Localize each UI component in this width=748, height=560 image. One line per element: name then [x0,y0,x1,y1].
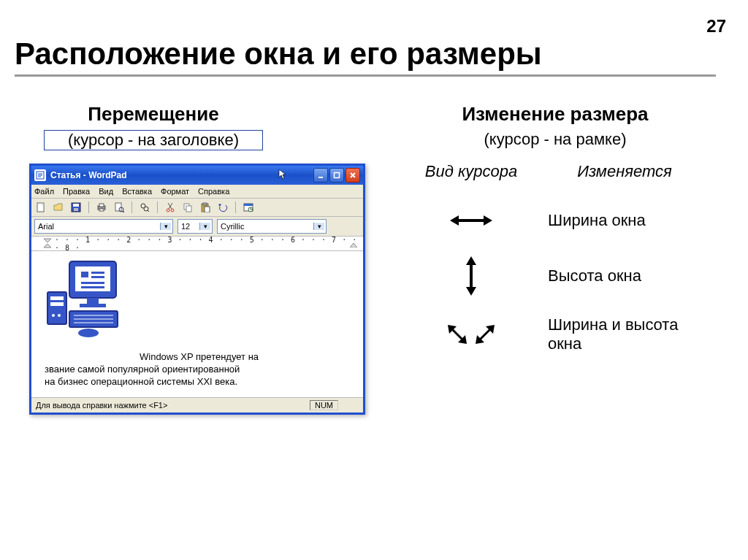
right-subheading: (курсор - на рамке) [394,130,716,149]
left-heading: Перемещение [44,103,263,126]
copy-icon[interactable] [181,201,194,214]
right-heading: Изменение размера [394,103,716,126]
chevron-down-icon: ▾ [199,223,210,230]
svg-rect-10 [73,204,79,207]
font-name-combo[interactable]: Arial ▾ [34,219,173,234]
ruler-right-indent-icon [350,241,357,249]
toolbar [31,199,363,217]
svg-rect-15 [115,203,121,211]
undo-icon[interactable] [216,201,229,214]
svg-line-20 [148,210,149,212]
cursor-row2-label: Высота окна [548,266,701,285]
cursor-row1-label: Ширина окна [548,211,701,230]
slide-title: Расположение окна и его размеры [15,37,716,77]
svg-rect-13 [99,204,104,207]
app-icon [34,169,46,181]
cursor-vertical-icon [394,260,548,292]
svg-point-23 [167,209,169,212]
font-size-value: 12 [181,222,199,231]
menu-edit[interactable]: Правка [63,187,90,196]
doc-line-1: Windows XP претендует на [45,351,353,364]
doc-line-3: на бизнес операционной системы XXI века. [45,376,353,388]
svg-line-22 [169,203,172,209]
svg-rect-39 [91,276,104,278]
close-button[interactable] [346,168,360,183]
toolbar-separator [235,202,236,213]
document-area[interactable]: Windows XP претендует на звание самой по… [31,251,363,397]
svg-rect-37 [81,272,88,277]
svg-rect-41 [81,286,104,288]
statusbar: Для вывода справки нажмите <F1> NUM [31,397,363,413]
font-size-combo[interactable]: 12 ▾ [178,219,213,234]
svg-rect-38 [91,272,104,274]
svg-rect-14 [99,209,104,211]
svg-rect-46 [50,302,64,306]
window-title: Статья - WordPad [50,170,278,180]
format-bar: Arial ▾ 12 ▾ Cyrillic ▾ [31,217,363,237]
svg-rect-45 [50,296,64,300]
svg-point-24 [171,209,174,212]
wordpad-window: Статья - WordPad Файл Правка Вид Вста [29,164,365,415]
chevron-down-icon: ▾ [313,223,324,230]
page-number: 27 [706,16,726,37]
toolbar-separator [131,202,132,213]
menu-help[interactable]: Справка [198,187,229,196]
cursor-table: Вид курсора Изменяется Ширина окна Высот… [394,162,716,353]
svg-rect-26 [186,206,191,212]
document-text: Windows XP претендует на звание самой по… [45,351,353,388]
script-combo[interactable]: Cyrillic ▾ [217,219,327,234]
new-icon[interactable] [34,201,47,214]
menu-view[interactable]: Вид [99,187,113,196]
svg-rect-5 [335,173,340,178]
svg-point-48 [58,314,61,317]
ruler[interactable]: · · · 1 · · · 2 · · · 3 · · · 4 · · · 5 … [31,237,363,251]
menu-format[interactable]: Формат [161,187,189,196]
svg-point-47 [52,314,55,317]
cursor-pointer-icon [278,169,290,183]
ruler-indent-icon [43,238,52,248]
svg-rect-28 [203,203,207,205]
status-num: NUM [310,400,338,410]
svg-point-53 [78,329,99,337]
svg-rect-31 [244,204,253,206]
print-icon[interactable] [95,201,108,214]
left-subheading: (курсор - на заголовке) [44,130,263,150]
paste-icon[interactable] [199,201,212,214]
menubar: Файл Правка Вид Вставка Формат Справка [31,185,363,199]
svg-line-17 [123,211,124,212]
cursor-horizontal-icon [394,204,548,237]
chevron-down-icon: ▾ [160,223,171,230]
cursor-row3-label: Ширина и высота окна [548,315,701,353]
datetime-icon[interactable] [242,201,255,214]
svg-rect-11 [74,208,78,211]
print-preview-icon[interactable] [112,201,126,214]
computer-illustration-icon [45,257,126,339]
ruler-ticks: · · · 1 · · · 2 · · · 3 · · · 4 · · · 5 … [55,237,363,251]
menu-file[interactable]: Файл [34,187,54,196]
toolbar-separator [157,202,158,213]
status-help: Для вывода справки нажмите <F1> [36,401,167,410]
svg-rect-29 [205,207,210,212]
maximize-button[interactable] [329,168,344,183]
font-name-value: Arial [38,222,160,231]
doc-line-2: звание самой популярной ориентированной [45,364,353,376]
minimize-button[interactable] [313,168,328,183]
cursor-col1-header: Вид курсора [394,162,548,181]
svg-rect-40 [81,282,104,284]
cursor-col2-header: Изменяется [548,162,701,181]
open-icon[interactable] [52,201,65,214]
svg-rect-43 [80,304,106,307]
titlebar[interactable]: Статья - WordPad [31,166,363,185]
cursor-diagonal-icon [394,318,548,350]
find-icon[interactable] [138,201,151,214]
svg-rect-42 [87,298,99,304]
toolbar-separator [88,202,89,213]
menu-insert[interactable]: Вставка [122,187,152,196]
svg-line-21 [168,203,172,209]
cut-icon[interactable] [164,201,177,214]
save-icon[interactable] [69,201,83,214]
script-value: Cyrillic [221,222,313,231]
